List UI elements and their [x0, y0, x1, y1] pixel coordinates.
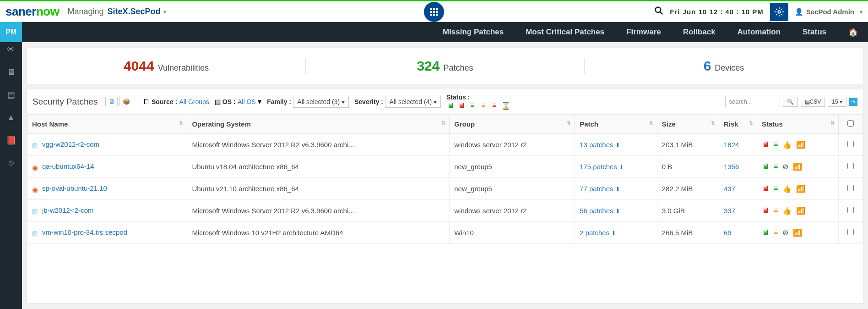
nav-automation[interactable]: Automation — [738, 28, 781, 37]
network-icon: 📶 — [793, 228, 802, 237]
svg-rect-8 — [436, 14, 438, 16]
reboot-icon: 🖥 — [762, 184, 769, 193]
svg-rect-4 — [433, 11, 435, 12]
svg-line-10 — [660, 12, 663, 15]
nav-firmware[interactable]: Firmware — [626, 28, 661, 37]
status-filter-inactive-icon[interactable]: 🖥 — [457, 101, 466, 110]
warning-icon: ≡ — [774, 206, 778, 215]
family-label: Family : — [267, 98, 291, 105]
col-Group[interactable]: Group⇅ — [450, 115, 575, 134]
risk-link[interactable]: 1824 — [724, 141, 739, 149]
group-cell: windows server 2012 r2 — [450, 134, 575, 156]
risk-link[interactable]: 69 — [724, 229, 732, 237]
patch-link[interactable]: 2 patches — [580, 229, 609, 237]
nav-most-critical[interactable]: Most Critical Patches — [526, 28, 604, 37]
sidebar-logout-icon[interactable]: ⎋ — [9, 158, 14, 168]
view-package-icon[interactable]: 📦 — [119, 97, 133, 106]
pm-badge[interactable]: PM — [0, 22, 22, 42]
approved-icon: 👍 — [782, 140, 792, 149]
select-all-checkbox[interactable] — [847, 120, 854, 127]
nav-rollback[interactable]: Rollback — [683, 28, 716, 37]
col-Operating System[interactable]: Operating System⇅ — [187, 115, 450, 134]
size-cell: 3.0 GiB — [657, 200, 719, 222]
nav-missing-patches[interactable]: Missing Patches — [443, 28, 504, 37]
severity-label: Severity : — [354, 98, 383, 105]
host-link[interactable]: vm-win10-pro-34.trs.secpod — [42, 228, 127, 236]
risk-link[interactable]: 437 — [724, 185, 735, 193]
family-select[interactable]: All selected (3) ▾ — [293, 96, 348, 108]
os-filter[interactable]: ▤ OS : All OS ▾ — [215, 97, 261, 106]
download-icon[interactable]: ⬇ — [611, 230, 616, 237]
svg-rect-2 — [436, 8, 438, 10]
col-Patch[interactable]: Patch⇅ — [575, 115, 657, 134]
download-icon[interactable]: ⬇ — [619, 164, 624, 171]
host-link[interactable]: vgg-w2012-r2-com — [42, 140, 99, 148]
status-filter-active-icon[interactable]: 🖥 — [446, 101, 455, 110]
row-checkbox[interactable] — [847, 185, 854, 191]
download-icon[interactable]: ⬇ — [615, 186, 620, 193]
host-link[interactable]: sp-oval-ubuntu-21.10 — [42, 184, 107, 192]
sidebar-monitor-icon[interactable]: 🖥 — [7, 67, 15, 77]
status-filter-compliant-icon[interactable]: ≡ — [468, 101, 477, 110]
patch-link[interactable]: 13 patches — [580, 141, 613, 149]
grid-icon — [429, 7, 439, 17]
host-link[interactable]: qa-ubuntux64-14 — [42, 162, 94, 170]
row-checkbox[interactable] — [847, 229, 854, 235]
host-link[interactable]: jb-w2012-r2-com — [42, 206, 94, 214]
source-filter[interactable]: 🖥 Source : All Groups — [142, 98, 209, 106]
sidebar-eye-icon[interactable]: 👁 — [7, 45, 15, 55]
sidebar-alert-icon[interactable]: ▲ — [7, 113, 15, 122]
risk-link[interactable]: 1356 — [724, 163, 739, 171]
status-filter-critical-icon[interactable]: ≡ — [490, 101, 499, 110]
status-filter-warning-icon[interactable]: ≡ — [479, 101, 488, 110]
col-Size[interactable]: Size⇅ — [657, 115, 719, 134]
page-size-select[interactable]: 15 ▾ — [828, 97, 846, 107]
patch-link[interactable]: 77 patches — [580, 185, 613, 193]
compliant-icon: ≡ — [774, 140, 778, 149]
row-checkbox[interactable] — [847, 207, 854, 213]
compliant-icon: ≡ — [774, 162, 778, 171]
app-grid-button[interactable] — [424, 2, 444, 22]
site-selector[interactable]: SiteX.SecPod — [107, 7, 160, 17]
unavailable-icon: ⊘ — [782, 228, 788, 237]
os-cell: Microsoft Windows 10 v21H2 architecture … — [187, 222, 450, 244]
col-Host Name[interactable]: Host Name⇅ — [27, 115, 187, 134]
status-icons: 🖥≡👍📶 — [762, 206, 834, 215]
risk-link[interactable]: 337 — [724, 207, 735, 215]
row-checkbox[interactable] — [847, 141, 854, 147]
col-Risk[interactable]: Risk⇅ — [719, 115, 757, 134]
sidebar-list-icon[interactable]: ▤ — [7, 90, 15, 100]
home-icon[interactable]: 🏠 — [848, 28, 858, 37]
row-checkbox[interactable] — [847, 163, 854, 169]
network-icon: 📶 — [796, 206, 805, 215]
group-cell: Win10 — [450, 222, 575, 244]
chevron-down-icon[interactable]: ▾ — [163, 9, 166, 15]
stats-panel: 4044Vulnerabilities 324Patches 6Devices — [27, 48, 863, 84]
patch-link[interactable]: 175 patches — [580, 163, 617, 171]
csv-button[interactable]: ▤CSV — [801, 97, 825, 107]
col-Status[interactable]: Status⇅ — [757, 115, 838, 134]
download-icon[interactable]: ⬇ — [615, 208, 620, 215]
settings-button[interactable] — [770, 3, 788, 21]
sidebar-book-icon[interactable]: 📕 — [6, 135, 16, 145]
size-cell: 203.1 MiB — [657, 134, 719, 156]
svg-rect-1 — [433, 8, 435, 10]
download-icon[interactable]: ⬇ — [615, 142, 620, 149]
os-cell: Microsoft Windows Server 2012 R2 v6.3.96… — [187, 134, 450, 156]
status-icons: 🖥≡⊘📶 — [762, 162, 834, 171]
filter-bar: Security Patches 🖥 📦 🖥 Source : All Grou… — [27, 89, 863, 114]
patch-link[interactable]: 56 patches — [580, 207, 613, 215]
svg-rect-0 — [430, 8, 432, 10]
col-check[interactable] — [838, 115, 863, 134]
view-host-icon[interactable]: 🖥 — [105, 97, 118, 106]
search-icon[interactable] — [654, 6, 663, 17]
user-icon: 👤 — [795, 8, 803, 16]
search-button[interactable]: 🔍 — [783, 97, 798, 107]
export-icon[interactable]: ➜ — [849, 98, 857, 106]
managing-label: Managing — [67, 7, 103, 17]
user-menu[interactable]: 👤 SecPod Admin ▾ — [795, 8, 863, 16]
search-input[interactable] — [725, 96, 780, 107]
nav-status[interactable]: Status — [803, 28, 826, 37]
status-filter-pending-icon[interactable]: ⌛ — [501, 101, 510, 110]
severity-select[interactable]: All selected (4) ▾ — [385, 96, 440, 108]
